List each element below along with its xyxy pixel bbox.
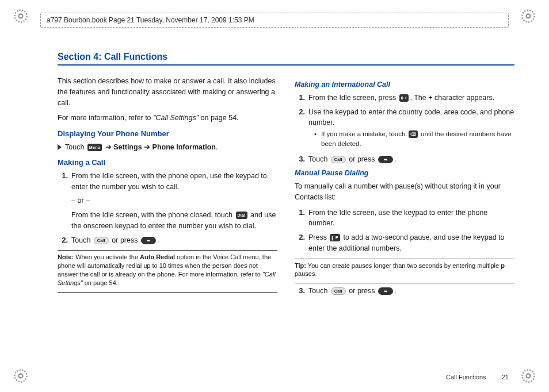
heading-pause-dialing: Manual Pause Dialing: [295, 168, 514, 179]
svg-point-5: [19, 374, 23, 378]
bullet-icon: •: [314, 129, 321, 149]
step-body: Press ‖ P to add a two-second pause, and…: [308, 232, 514, 254]
gear-icon: [520, 8, 536, 24]
step-row: 3. Touch Call or press ➥.: [295, 154, 514, 165]
step-body: Touch Call or press ➥.: [71, 235, 277, 246]
send-key-icon: ➥: [141, 237, 156, 244]
page-footer: Call Functions 21: [446, 374, 509, 381]
step-row: 2. Press ‖ P to add a two-second pause, …: [295, 232, 514, 254]
step-number: 2.: [295, 107, 308, 151]
step-body: From the Idle screen, with the phone ope…: [71, 171, 277, 232]
page-header: a797 Bourbon.book Page 21 Tuesday, Novem…: [40, 13, 509, 28]
content: Section 4: Call Functions This section d…: [58, 52, 514, 358]
tip: Tip: You can create pauses longer than t…: [295, 262, 514, 279]
or-divider: – or –: [71, 195, 277, 206]
heading-display-number: Displaying Your Phone Number: [58, 128, 277, 140]
step-number: 1.: [295, 93, 308, 103]
page: a797 Bourbon.book Page 21 Tuesday, Novem…: [0, 0, 549, 392]
send-key-icon: ➥: [378, 156, 393, 163]
intro-text: This section describes how to make or an…: [58, 76, 277, 108]
step-body: From the Idle screen, use the keypad to …: [308, 207, 514, 229]
svg-point-1: [19, 14, 23, 18]
gear-icon: [13, 8, 29, 24]
menu-icon: Menu: [87, 144, 102, 151]
svg-point-3: [527, 14, 531, 18]
svg-point-7: [527, 374, 531, 378]
pause-intro: To manually call a number with pause(s) …: [295, 181, 514, 203]
call-button-icon: Call: [94, 237, 109, 244]
divider: [295, 259, 514, 259]
display-step: Touch Menu ➔ Settings ➔ Phone Informatio…: [58, 142, 277, 153]
step-body: From the Idle screen, press 0 +. The + c…: [308, 93, 514, 103]
note: Note: When you activate the Auto Redial …: [58, 253, 277, 287]
heading-international: Making an International Call: [295, 79, 514, 90]
divider: [58, 292, 277, 293]
step-number: 1.: [58, 171, 71, 232]
step-row: 2. Touch Call or press ➥.: [58, 235, 277, 246]
right-column: Making an International Call 1. From the…: [295, 76, 514, 300]
step-row: 2. Use the keypad to enter the country c…: [295, 107, 514, 151]
step-row: 1. From the Idle screen, use the keypad …: [295, 207, 514, 229]
pause-key-icon: ‖ P: [330, 234, 340, 241]
step-number: 3.: [295, 154, 308, 165]
delete-icon: ⌫: [409, 130, 418, 138]
step-number: 2.: [295, 232, 308, 254]
step-number: 2.: [58, 235, 71, 246]
header-text: a797 Bourbon.book Page 21 Tuesday, Novem…: [47, 16, 254, 24]
step-body: Use the keypad to enter the country code…: [308, 107, 514, 151]
divider: [295, 283, 514, 283]
step-body: Touch Call or press ➥.: [308, 154, 514, 165]
left-column: This section describes how to make or an…: [58, 76, 277, 300]
heading-making-call: Making a Call: [58, 157, 277, 168]
step-row: 1. From the Idle screen, press 0 +. The …: [295, 93, 514, 103]
step-number: 3.: [295, 286, 308, 297]
sub-bullet: • If you make a mistake, touch ⌫ until t…: [314, 129, 514, 149]
intro-ref: For more information, refer to "Call Set…: [58, 113, 277, 124]
columns: This section describes how to make or an…: [58, 76, 514, 300]
page-number: 21: [502, 374, 509, 381]
call-button-icon: Call: [331, 156, 346, 163]
step-row: 1. From the Idle screen, with the phone …: [58, 171, 277, 232]
divider: [58, 250, 277, 251]
dial-icon: Dial: [236, 212, 247, 219]
step-number: 1.: [295, 207, 308, 229]
step-body: Touch Call or press ➥.: [308, 286, 514, 297]
svg-point-2: [523, 10, 535, 22]
svg-point-6: [523, 370, 535, 382]
zero-key-icon: 0 +: [399, 94, 409, 102]
gear-icon: [520, 368, 536, 384]
gear-icon: [13, 368, 29, 384]
svg-point-4: [15, 370, 27, 382]
call-button-icon: Call: [331, 287, 346, 295]
section-title: Section 4: Call Functions: [58, 52, 514, 66]
step-row: 3. Touch Call or press ➥.: [295, 286, 514, 297]
triangle-bullet-icon: [58, 144, 62, 150]
svg-point-0: [15, 10, 27, 22]
send-key-icon: ➥: [378, 287, 393, 295]
footer-label: Call Functions: [446, 374, 486, 381]
